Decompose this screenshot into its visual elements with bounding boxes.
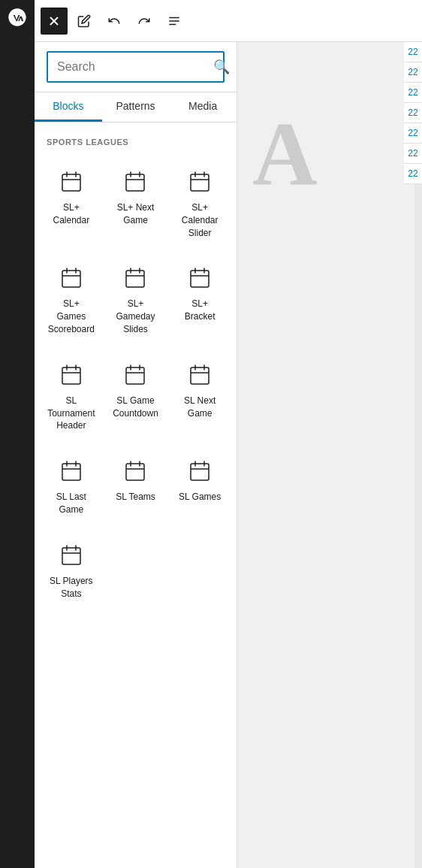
calendar-icon-6 <box>186 265 213 292</box>
block-label-sl-game-countdown: SL Game Countdown <box>112 395 160 420</box>
block-item-sl-bracket[interactable]: SL+ Bracket <box>169 252 231 345</box>
undo-button[interactable] <box>101 8 128 35</box>
block-item-sl-last-game[interactable]: SL Last Game <box>41 445 102 526</box>
redo-icon <box>137 14 151 28</box>
top-toolbar <box>35 0 422 42</box>
svg-rect-51 <box>62 548 80 564</box>
block-label-sl-gameday-slides: SL+ Gameday Slides <box>112 298 160 335</box>
block-label-sl-games: SL Games <box>179 491 221 504</box>
canvas-number-4: 22 <box>404 103 422 123</box>
block-item-sl-game-countdown[interactable]: SL Game Countdown <box>105 349 167 442</box>
calendar-icon-4 <box>58 265 85 292</box>
wp-toolbar <box>0 0 35 868</box>
block-label-sl-bracket: SL+ Bracket <box>176 298 224 323</box>
canvas-number-6: 22 <box>404 144 422 164</box>
block-label-sl-next-game-2: SL Next Game <box>176 395 224 420</box>
block-item-sl-teams[interactable]: SL Teams <box>105 445 167 526</box>
menu-icon <box>167 14 181 28</box>
calendar-icon-7 <box>58 361 85 389</box>
svg-rect-35 <box>191 367 209 384</box>
svg-rect-7 <box>126 174 144 191</box>
svg-rect-23 <box>191 271 209 287</box>
canvas-number-5: 22 <box>404 123 422 144</box>
block-grid: SL+ Calendar SL+ Next Game <box>41 156 231 609</box>
search-icon: 🔍 <box>213 59 230 75</box>
tab-media[interactable]: Media <box>169 92 237 122</box>
blocks-area: SPORTS LEAGUES SL+ Calendar <box>35 122 237 868</box>
svg-rect-27 <box>62 367 80 384</box>
calendar-icon-10 <box>58 458 85 485</box>
svg-rect-39 <box>62 464 80 480</box>
close-icon <box>47 14 61 28</box>
canvas-number-3: 22 <box>404 83 422 103</box>
tab-blocks[interactable]: Blocks <box>35 92 102 122</box>
block-label-sl-tournament-header: SL Tournament Header <box>47 395 95 432</box>
block-label-sl-next-game: SL+ Next Game <box>112 201 160 227</box>
tab-patterns[interactable]: Patterns <box>102 92 170 122</box>
block-label-sl-players-stats: SL Players Stats <box>47 575 95 600</box>
svg-rect-31 <box>126 367 144 384</box>
block-item-sl-calendar[interactable]: SL+ Calendar <box>41 156 102 249</box>
block-item-sl-games-scoreboard[interactable]: SL+ Games Scoreboard <box>41 252 102 345</box>
block-item-sl-next-game[interactable]: SL+ Next Game <box>105 156 167 249</box>
canvas-number-1: 22 <box>404 42 422 62</box>
svg-rect-3 <box>62 174 80 191</box>
undo-icon <box>107 14 121 28</box>
section-label: SPORTS LEAGUES <box>41 135 231 156</box>
block-item-sl-games[interactable]: SL Games <box>169 445 231 526</box>
pencil-icon <box>77 14 91 28</box>
calendar-icon-11 <box>122 458 149 485</box>
block-item-sl-calendar-slider[interactable]: SL+ Calendar Slider <box>169 156 231 249</box>
close-button[interactable] <box>41 8 68 35</box>
calendar-icon-3 <box>186 168 213 195</box>
svg-rect-19 <box>126 271 144 287</box>
svg-rect-47 <box>191 464 209 480</box>
search-input[interactable] <box>57 60 207 74</box>
calendar-icon-5 <box>122 265 149 292</box>
calendar-icon-9 <box>186 361 213 389</box>
svg-rect-15 <box>62 271 80 287</box>
calendar-icon-2 <box>122 168 149 195</box>
block-label-sl-calendar: SL+ Calendar <box>47 201 95 227</box>
canvas-number-2: 22 <box>404 62 422 83</box>
block-label-sl-teams: SL Teams <box>116 491 155 504</box>
calendar-icon-8 <box>122 361 149 389</box>
calendar-icon-12 <box>186 458 213 485</box>
block-item-sl-gameday-slides[interactable]: SL+ Gameday Slides <box>105 252 167 345</box>
calendar-icon-1 <box>58 168 85 195</box>
main-panel: 🔍 Blocks Patterns Media SPORTS LEAGUES <box>35 0 422 868</box>
canvas-numbers: 22 22 22 22 22 22 22 <box>404 42 422 184</box>
wp-logo[interactable] <box>0 0 35 35</box>
wordpress-icon <box>7 7 28 28</box>
svg-rect-43 <box>126 464 144 480</box>
block-item-sl-tournament-header[interactable]: SL Tournament Header <box>41 349 102 442</box>
search-container: 🔍 <box>35 42 237 92</box>
canvas-letter: A <box>252 102 318 206</box>
block-label-sl-games-scoreboard: SL+ Games Scoreboard <box>47 298 95 335</box>
block-label-sl-last-game: SL Last Game <box>47 491 95 516</box>
canvas-area: A 22 22 22 22 22 22 22 <box>237 42 422 868</box>
menu-button[interactable] <box>161 8 188 35</box>
sidebar: 🔍 Blocks Patterns Media SPORTS LEAGUES <box>35 42 237 868</box>
search-box: 🔍 <box>47 51 225 83</box>
tabs: Blocks Patterns Media <box>35 92 237 122</box>
redo-button[interactable] <box>131 8 158 35</box>
canvas-number-7: 22 <box>404 164 422 184</box>
svg-rect-11 <box>191 174 209 191</box>
block-item-sl-next-game-2[interactable]: SL Next Game <box>169 349 231 442</box>
block-item-sl-players-stats[interactable]: SL Players Stats <box>41 529 102 610</box>
edit-button[interactable] <box>71 8 98 35</box>
calendar-icon-13 <box>58 542 85 569</box>
block-label-sl-calendar-slider: SL+ Calendar Slider <box>176 201 224 239</box>
